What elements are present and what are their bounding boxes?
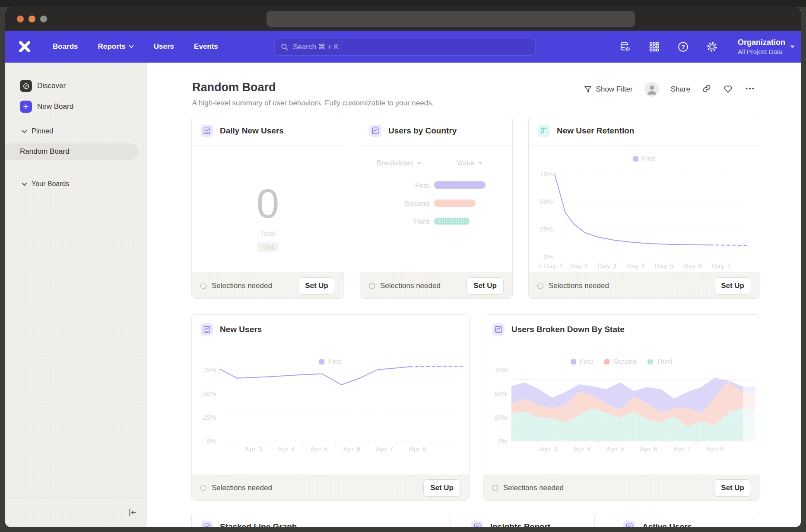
bar-third	[434, 218, 470, 225]
chevron-down-icon	[22, 182, 27, 186]
nav-item-boards[interactable]: Boards	[53, 42, 78, 51]
nav-item-events[interactable]: Events	[194, 42, 218, 51]
bar-label: First	[378, 181, 429, 190]
svg-text:25%: 25%	[203, 414, 216, 421]
svg-text:Apr 3: Apr 3	[245, 445, 263, 453]
search-placeholder: Search ⌘ + K	[293, 42, 339, 51]
sidebar-section-your-boards[interactable]: Your Boards	[22, 180, 69, 188]
chevron-down-icon	[790, 45, 795, 49]
line-chart-icon	[471, 521, 483, 527]
chevron-down-icon	[417, 162, 422, 165]
nav-item-users[interactable]: Users	[154, 42, 174, 51]
svg-text:Apr 8: Apr 8	[707, 445, 724, 453]
more-options-icon[interactable]	[745, 83, 755, 95]
svg-text:Apr 6: Apr 6	[640, 445, 658, 453]
svg-text:< Day 1: < Day 1	[537, 262, 563, 269]
legend-swatch-first	[319, 359, 324, 364]
bar-second	[434, 200, 476, 207]
show-filter-button[interactable]: Show Filter	[584, 85, 633, 94]
board-actions: Show Filter Share	[584, 80, 755, 99]
apps-grid-icon[interactable]	[648, 41, 660, 53]
card-active-users: Active Users	[614, 512, 760, 527]
svg-text:Day 7: Day 7	[712, 262, 731, 269]
status-circle-icon	[200, 485, 206, 491]
plus-icon	[20, 101, 32, 113]
set-up-button[interactable]: Set Up	[466, 277, 504, 294]
status-text: Selections needed	[503, 484, 564, 492]
set-up-button[interactable]: Set Up	[714, 277, 751, 294]
retention-grid-icon	[538, 125, 550, 137]
card-new-user-retention: 75%50%25%0%< Day 1Day 2Day 3Day 4Day 5Da…	[528, 116, 760, 299]
copy-link-icon[interactable]	[702, 84, 711, 95]
bar-first	[434, 181, 486, 189]
svg-text:50%: 50%	[540, 198, 553, 205]
svg-text:Day 5: Day 5	[655, 262, 674, 269]
line-chart-icon	[201, 125, 213, 137]
card-daily-new-users: Daily New Users 0 Total ↑0% Selections n…	[191, 116, 344, 299]
collapse-sidebar-button[interactable]	[127, 507, 139, 519]
svg-text:25%: 25%	[495, 414, 508, 421]
set-up-button[interactable]: Set Up	[714, 479, 751, 497]
svg-text:Apr 7: Apr 7	[376, 445, 394, 453]
svg-text:75%: 75%	[203, 366, 216, 374]
org-switcher[interactable]: Organization All Project Data	[738, 38, 795, 55]
legend-swatch-second	[604, 359, 609, 364]
card-insights-report: Insights Report	[462, 512, 595, 527]
share-button[interactable]: Share	[671, 85, 690, 94]
favorite-heart-icon[interactable]	[723, 84, 733, 95]
sidebar: Discover New Board Pinned Random Board	[5, 63, 147, 527]
chart-legend: First	[529, 154, 760, 164]
sidebar-divider	[5, 497, 147, 498]
set-up-button[interactable]: Set Up	[423, 479, 460, 497]
address-bar[interactable]	[267, 11, 635, 27]
page-subtitle: A high-level summary of user behaviors. …	[192, 99, 434, 108]
chart-legend: First	[192, 357, 469, 367]
card-title: Users by Country	[388, 126, 457, 136]
discover-compass-icon	[20, 80, 32, 92]
settings-gear-icon[interactable]	[706, 41, 718, 53]
avatar[interactable]	[644, 82, 659, 97]
line-chart-icon	[623, 521, 635, 527]
card-title: Daily New Users	[220, 126, 284, 136]
line-chart-icon	[369, 125, 381, 137]
nav-right: ? Organization All Project Data	[619, 31, 795, 63]
svg-text:50%: 50%	[203, 390, 216, 397]
search-icon	[280, 43, 289, 51]
status-text: Selections needed	[212, 282, 272, 290]
help-icon[interactable]: ?	[677, 41, 689, 53]
close-window-button[interactable]	[17, 16, 24, 22]
svg-text:Apr 4: Apr 4	[574, 445, 591, 453]
org-project: All Project Data	[738, 48, 785, 55]
sidebar-section-pinned[interactable]: Pinned	[22, 127, 53, 135]
card-title: Users Broken Down By State	[511, 325, 625, 334]
minimize-window-button[interactable]	[29, 16, 35, 22]
breakdown-dropdown[interactable]: Breakdown	[377, 159, 422, 168]
search-input[interactable]: Search ⌘ + K	[274, 38, 536, 56]
svg-text:Day 4: Day 4	[626, 262, 645, 269]
svg-text:0%: 0%	[498, 437, 508, 445]
filter-funnel-icon	[584, 85, 592, 94]
set-up-button[interactable]: Set Up	[298, 277, 335, 294]
svg-text:50%: 50%	[495, 390, 508, 397]
legend-swatch-first	[633, 156, 638, 162]
svg-text:Day 6: Day 6	[683, 262, 702, 269]
sidebar-item-random-board[interactable]: Random Board	[5, 143, 138, 160]
sidebar-item-new-board[interactable]: New Board	[20, 101, 73, 113]
bar-label: Second	[378, 200, 429, 208]
card-title: Active Users	[642, 522, 692, 527]
svg-text:Day 2: Day 2	[569, 262, 588, 269]
status-circle-icon	[200, 283, 206, 289]
mixpanel-logo-icon[interactable]	[16, 38, 33, 55]
sidebar-item-discover[interactable]: Discover	[20, 80, 66, 92]
card-title: Insights Report	[490, 522, 550, 527]
svg-text:Apr 8: Apr 8	[409, 445, 427, 453]
nav-item-reports[interactable]: Reports	[98, 42, 134, 51]
data-management-icon[interactable]	[619, 41, 631, 53]
metric-value: 0	[192, 183, 344, 224]
svg-text:Apr 5: Apr 5	[607, 445, 625, 453]
page-title: Random Board	[192, 81, 276, 94]
zoom-window-button[interactable]	[40, 16, 47, 22]
svg-text:75%: 75%	[540, 170, 553, 177]
svg-text:Apr 4: Apr 4	[278, 445, 295, 453]
value-dropdown[interactable]: Value	[457, 159, 483, 168]
